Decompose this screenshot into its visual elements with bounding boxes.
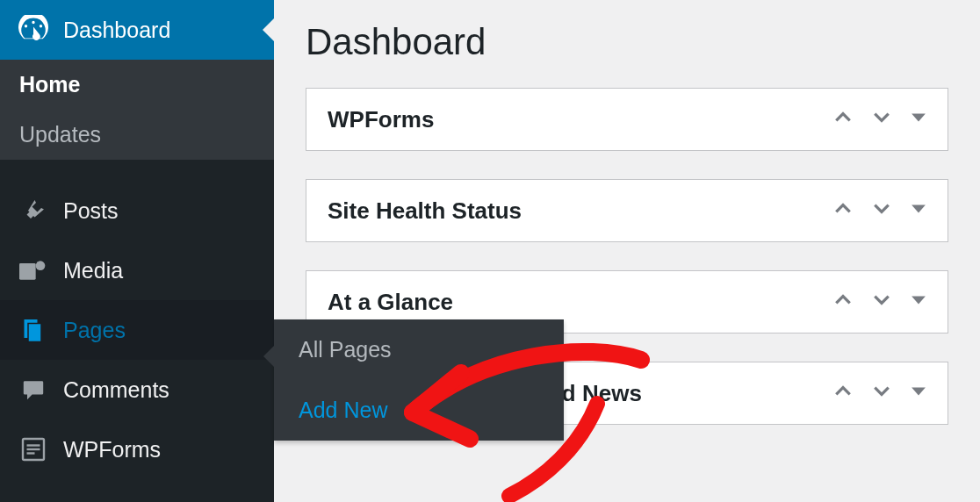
form-icon [18, 434, 49, 464]
pages-flyout-submenu: All Pages Add New [274, 319, 564, 441]
flyout-item-add-new[interactable]: Add New [274, 380, 564, 441]
widget-site-health: Site Health Status [306, 179, 948, 242]
svg-rect-4 [28, 324, 41, 342]
widget-title: WPForms [328, 106, 434, 133]
media-icon [18, 255, 49, 285]
widget-controls [833, 293, 926, 311]
sidebar-subitem-updates[interactable]: Updates [0, 110, 274, 160]
caret-down-icon[interactable] [911, 203, 926, 219]
widget-controls [833, 111, 926, 128]
chevron-down-icon[interactable] [872, 111, 891, 128]
widget-controls [833, 202, 926, 219]
sidebar-item-label: WPForms [63, 437, 161, 463]
sidebar-item-label: Posts [63, 198, 119, 224]
chevron-up-icon[interactable] [833, 202, 853, 219]
sidebar-item-comments[interactable]: Comments [0, 360, 274, 420]
pin-icon [18, 196, 49, 226]
widget-title: Site Health Status [328, 197, 522, 225]
page-title: Dashboard [306, 21, 948, 63]
svg-rect-0 [19, 263, 36, 280]
sidebar-item-label: Comments [63, 377, 169, 403]
comments-icon [18, 375, 49, 405]
dashboard-icon [18, 15, 49, 45]
sidebar-item-media[interactable]: Media [0, 240, 274, 300]
caret-down-icon[interactable] [911, 111, 926, 127]
caret-down-icon[interactable] [911, 385, 926, 401]
chevron-up-icon[interactable] [833, 293, 853, 311]
sidebar-item-posts[interactable]: Posts [0, 181, 274, 240]
admin-sidebar: Dashboard Home Updates Posts Media Pages… [0, 0, 274, 502]
chevron-down-icon[interactable] [872, 202, 891, 219]
svg-rect-2 [37, 262, 40, 269]
sidebar-item-label: Dashboard [63, 18, 170, 43]
chevron-down-icon[interactable] [872, 384, 891, 402]
chevron-up-icon[interactable] [833, 111, 853, 128]
caret-down-icon[interactable] [911, 294, 926, 310]
flyout-item-all-pages[interactable]: All Pages [274, 319, 564, 380]
widget-title: At a Glance [328, 289, 453, 316]
pages-icon [18, 315, 49, 345]
widget-controls [833, 384, 926, 402]
sidebar-item-pages[interactable]: Pages [0, 300, 274, 360]
widget-wpforms: WPForms [306, 88, 948, 151]
chevron-down-icon[interactable] [872, 293, 891, 311]
sidebar-subitem-home[interactable]: Home [0, 60, 274, 110]
sidebar-submenu-dashboard: Home Updates [0, 60, 274, 160]
sidebar-item-dashboard[interactable]: Dashboard [0, 0, 274, 60]
sidebar-item-label: Pages [63, 318, 126, 343]
chevron-up-icon[interactable] [833, 384, 853, 402]
sidebar-item-wpforms[interactable]: WPForms [0, 420, 274, 479]
sidebar-item-label: Media [63, 258, 123, 283]
